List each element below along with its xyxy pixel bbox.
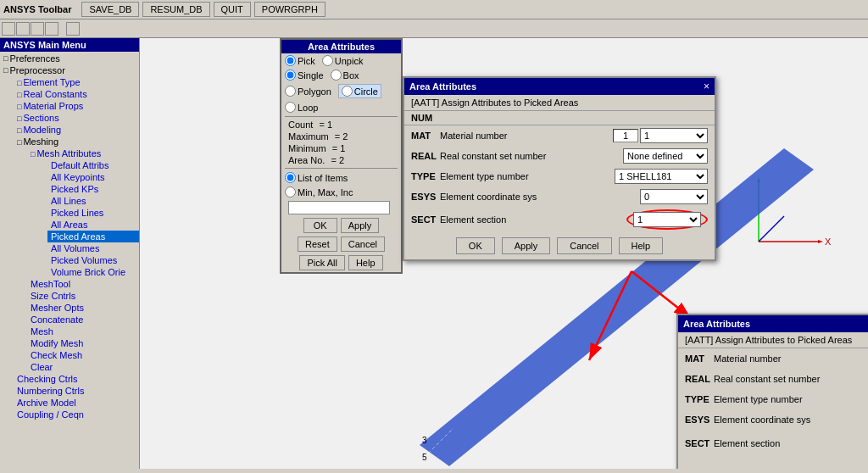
sidebar-item-numbering-ctrls[interactable]: Numbering Ctrls bbox=[14, 385, 139, 397]
indent3: □ bbox=[17, 103, 21, 111]
toolbar-icon-2[interactable] bbox=[16, 22, 30, 36]
pick-reset-button[interactable]: Reset bbox=[298, 236, 337, 252]
dialog1-ok-button[interactable]: OK bbox=[456, 237, 495, 254]
dialog1-help-button[interactable]: Help bbox=[619, 237, 664, 254]
pick-radio[interactable]: Pick bbox=[285, 55, 315, 66]
sidebar-item-picked-volumes[interactable]: Picked Volumes bbox=[47, 254, 139, 266]
sidebar-item-real-constants[interactable]: □Real Constants bbox=[14, 88, 139, 100]
sidebar-item-meshtool[interactable]: MeshTool bbox=[27, 278, 139, 290]
dialog1-mat-select[interactable]: 1 bbox=[640, 128, 708, 143]
sidebar-section: □ Preferences □ Preprocessor □Element Ty… bbox=[0, 52, 139, 421]
pick-all-button[interactable]: Pick All bbox=[299, 255, 344, 270]
single-radio[interactable]: Single bbox=[285, 70, 324, 81]
sidebar-item-meshing[interactable]: □Meshing bbox=[14, 136, 139, 147]
canvas-area: Area Attributes Pick Unpick Single bbox=[140, 38, 868, 469]
pick-help-button[interactable]: Help bbox=[348, 255, 383, 270]
circle-radio[interactable]: Circle bbox=[338, 84, 381, 98]
box-radio[interactable]: Box bbox=[331, 70, 359, 81]
dialog1-real-select[interactable]: None defined bbox=[623, 148, 708, 164]
icon-toolbar bbox=[0, 19, 868, 38]
num-label: NUM bbox=[404, 111, 715, 125]
save-db-button[interactable]: SAVE_DB bbox=[81, 2, 139, 17]
expand-icon-mesh: □ bbox=[17, 138, 21, 147]
dialog1-type-control: 1 SHELL181 bbox=[615, 169, 708, 184]
toolbar-icon-5[interactable] bbox=[66, 22, 80, 36]
toolbar-icon-4[interactable] bbox=[45, 22, 58, 36]
dialog1-close-button[interactable]: × bbox=[704, 81, 709, 92]
sidebar-item-material-props[interactable]: □Material Props bbox=[14, 100, 139, 112]
sidebar-item-clear[interactable]: Clear bbox=[27, 361, 139, 373]
sidebar-item-picked-lines[interactable]: Picked Lines bbox=[47, 207, 139, 219]
sidebar-item-all-lines[interactable]: All Lines bbox=[47, 195, 139, 207]
sidebar-item-coupling-ceqn[interactable]: Coupling / Ceqn bbox=[14, 409, 139, 420]
sidebar-item-mesher-opts[interactable]: Mesher Opts bbox=[27, 302, 139, 314]
loop-row: Loop bbox=[281, 100, 401, 114]
dialog2-subtitle: [AATT] Assign Attributes to Picked Areas bbox=[678, 332, 868, 348]
dialog1-apply-button[interactable]: Apply bbox=[502, 237, 551, 254]
sidebar-item-mesh[interactable]: Mesh bbox=[27, 326, 139, 337]
sidebar-item-picked-areas[interactable]: Picked Areas bbox=[47, 231, 139, 242]
sidebar-title: ANSYS Main Menu bbox=[0, 38, 139, 52]
powrgrph-button[interactable]: POWRGRPH bbox=[254, 2, 326, 17]
dialog1-mat-row: MAT Material number 1 1 bbox=[404, 125, 715, 146]
svg-text:X: X bbox=[825, 236, 832, 247]
unpick-radio[interactable]: Unpick bbox=[322, 55, 364, 66]
sidebar-item-all-areas[interactable]: All Areas bbox=[47, 219, 139, 231]
dialog1-sect-row: SECT Element section 1 bbox=[404, 207, 715, 232]
loop-radio[interactable]: Loop bbox=[285, 102, 318, 113]
quit-button[interactable]: QUIT bbox=[214, 2, 251, 17]
polygon-radio[interactable]: Polygon bbox=[285, 86, 331, 97]
minimum-info: Minimum = 1 bbox=[281, 142, 401, 154]
toolbar-icon-1[interactable] bbox=[2, 22, 15, 36]
min-max-radio[interactable]: Min, Max, Inc bbox=[285, 186, 353, 198]
sidebar-item-picked-kps[interactable]: Picked KPs bbox=[47, 183, 139, 195]
dialog1-sect-select[interactable]: 1 bbox=[633, 212, 701, 227]
maximum-info: Maximum = 2 bbox=[281, 131, 401, 142]
pick-input-field[interactable] bbox=[288, 201, 390, 214]
dialog2-type-row: TYPE Element type number 1 SHELL181 bbox=[678, 389, 868, 409]
svg-line-5 bbox=[759, 216, 784, 242]
sidebar-item-size-cntrls[interactable]: Size Cntrls bbox=[27, 290, 139, 302]
dialog1-cancel-button[interactable]: Cancel bbox=[557, 237, 611, 254]
area-attributes-dialog-2: Area Attributes × [AATT] Assign Attribut… bbox=[676, 314, 868, 469]
svg-marker-1 bbox=[818, 240, 823, 243]
toolbar-title-label: ANSYS Toolbar bbox=[3, 4, 71, 14]
dialog2-real-row: REAL Real constant set number None defin… bbox=[678, 369, 868, 389]
sidebar-item-check-mesh[interactable]: Check Mesh bbox=[27, 349, 139, 361]
list-radio[interactable]: List of Items bbox=[285, 172, 348, 183]
dialog1-esys-control: 0 bbox=[640, 189, 708, 204]
list-items-row: List of Items bbox=[281, 170, 401, 185]
pick-apply-button[interactable]: Apply bbox=[341, 218, 380, 233]
sidebar-item-volume-brick[interactable]: Volume Brick Orie bbox=[47, 266, 139, 278]
sidebar-item-checking-ctrls[interactable]: Checking Ctrls bbox=[14, 373, 139, 385]
dialog1-type-select[interactable]: 1 SHELL181 bbox=[615, 169, 708, 184]
sidebar-item-sections[interactable]: □Sections bbox=[14, 112, 139, 124]
sidebar-item-preferences[interactable]: □ Preferences bbox=[0, 53, 139, 64]
count-info: Count = 1 bbox=[281, 119, 401, 131]
sidebar-item-concatenate[interactable]: Concatenate bbox=[27, 314, 139, 326]
polygon-circle-row: Polygon Circle bbox=[281, 82, 401, 100]
dialog1-esys-row: ESYS Element coordinate sys 0 bbox=[404, 186, 715, 207]
dialog1-mat-control: 1 1 bbox=[613, 128, 708, 143]
dialog1-esys-select[interactable]: 0 bbox=[640, 189, 708, 204]
dialog1-buttons: OK Apply Cancel Help bbox=[404, 232, 715, 259]
area-no-info: Area No. = 2 bbox=[281, 154, 401, 166]
sidebar-item-element-type[interactable]: □Element Type bbox=[14, 76, 139, 88]
pick-ok-button[interactable]: OK bbox=[303, 218, 337, 233]
sidebar-item-all-volumes[interactable]: All Volumes bbox=[47, 242, 139, 254]
resum-db-button[interactable]: RESUM_DB bbox=[142, 2, 209, 17]
dialog1-sect-circle: 1 bbox=[626, 209, 708, 230]
svg-text:3: 3 bbox=[422, 436, 427, 445]
sidebar-item-mesh-attributes[interactable]: □Mesh Attributes bbox=[27, 147, 139, 159]
sidebar-item-modify-mesh[interactable]: Modify Mesh bbox=[27, 337, 139, 349]
sidebar-mesh-sub: Default Attribs All Keypoints Picked KPs… bbox=[27, 159, 139, 278]
dialog1-subtitle: [AATT] Assign Attributes to Picked Areas bbox=[404, 95, 715, 111]
sidebar-item-all-keypoints[interactable]: All Keypoints bbox=[47, 171, 139, 183]
sidebar-item-default-attribs[interactable]: Default Attribs bbox=[47, 159, 139, 171]
pick-cancel-button[interactable]: Cancel bbox=[341, 236, 385, 252]
sidebar-item-modeling[interactable]: □Modeling bbox=[14, 124, 139, 136]
sidebar-item-archive-model[interactable]: Archive Model bbox=[14, 397, 139, 409]
toolbar-icon-3[interactable] bbox=[31, 22, 44, 36]
sidebar-item-preprocessor[interactable]: □ Preprocessor bbox=[0, 64, 139, 76]
dialog2-mat-row: MAT Material number 1 1 bbox=[678, 348, 868, 369]
